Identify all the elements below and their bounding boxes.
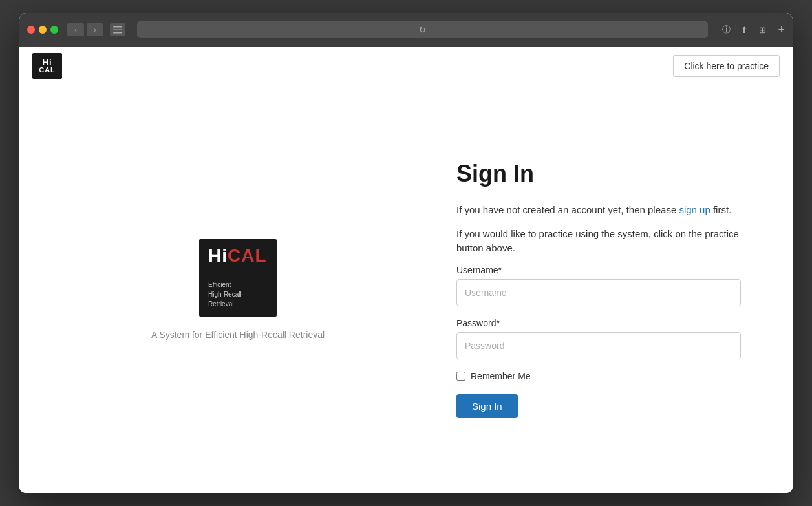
- logo-large-subtitle-block: Efficient High-Recall Retrieval: [208, 280, 242, 309]
- sign-in-title: Sign In: [456, 160, 741, 187]
- address-bar[interactable]: ↻: [137, 21, 708, 38]
- browser-window: ‹ › ↻ ⓘ ⬆ ⊞ + Hi: [19, 13, 793, 493]
- reload-button[interactable]: ↻: [416, 23, 429, 36]
- left-panel: HiCAL Efficient High-Recall Retrieval A …: [45, 213, 431, 366]
- username-label: Username*: [456, 265, 741, 275]
- logo-large-hi: Hi: [208, 246, 228, 266]
- logo-cal-text: CAL: [39, 67, 56, 74]
- sign-in-button[interactable]: Sign In: [456, 394, 518, 418]
- app-header: Hi CAL Click here to practice: [19, 47, 793, 85]
- svg-rect-0: [113, 26, 122, 28]
- browser-chrome: ‹ › ↻ ⓘ ⬆ ⊞ +: [19, 13, 793, 47]
- back-button[interactable]: ‹: [67, 23, 84, 36]
- new-tab-button[interactable]: ⊞: [756, 23, 769, 36]
- info-button[interactable]: ⓘ: [720, 23, 732, 36]
- logo-container: Hi CAL: [32, 53, 62, 79]
- traffic-light-green[interactable]: [50, 26, 58, 34]
- remember-me-label: Remember Me: [471, 371, 531, 381]
- info-text-suffix: first.: [710, 204, 732, 215]
- browser-actions: ⓘ ⬆ ⊞: [720, 23, 769, 36]
- traffic-light-red[interactable]: [27, 26, 35, 34]
- app-content: Hi CAL Click here to practice HiCAL: [19, 47, 793, 493]
- logo-large-cal: CAL: [228, 246, 267, 266]
- remember-me-row: Remember Me: [456, 371, 741, 381]
- traffic-lights: [27, 26, 58, 34]
- add-tab-button[interactable]: +: [778, 23, 785, 37]
- info-text-practice: If you would like to practice using the …: [456, 227, 741, 256]
- password-input[interactable]: [456, 332, 741, 359]
- logo-subtitle-line2: High-Recall: [208, 290, 242, 299]
- share-button[interactable]: ⬆: [738, 23, 751, 36]
- logo-subtitle-line3: Retrieval: [208, 299, 242, 309]
- traffic-light-yellow[interactable]: [39, 26, 47, 34]
- hical-logo-large: HiCAL Efficient High-Recall Retrieval: [199, 239, 277, 317]
- svg-rect-1: [113, 29, 122, 30]
- forward-button[interactable]: ›: [87, 23, 103, 36]
- username-group: Username*: [456, 265, 741, 306]
- logo-large-hical: HiCAL: [208, 247, 267, 265]
- username-input[interactable]: [456, 279, 741, 306]
- logo-hi-part: Hi: [43, 58, 52, 67]
- main-content: HiCAL Efficient High-Recall Retrieval A …: [19, 85, 793, 493]
- app-logo: Hi CAL: [32, 53, 62, 79]
- remember-me-checkbox[interactable]: [456, 372, 465, 381]
- info-text-signup: If you have not created an account yet, …: [456, 203, 741, 218]
- logo-hi-text: Hi: [43, 58, 52, 67]
- logo-subtitle-line1: Efficient: [208, 280, 242, 290]
- nav-buttons: ‹ ›: [67, 23, 103, 36]
- logo-tagline: A System for Efficient High-Recall Retri…: [151, 330, 325, 340]
- password-group: Password*: [456, 318, 741, 359]
- password-label: Password*: [456, 318, 741, 328]
- sign-up-link[interactable]: sign up: [679, 204, 710, 215]
- right-panel: Sign In If you have not created an accou…: [431, 147, 767, 431]
- svg-rect-2: [113, 32, 122, 34]
- info-text-prefix: If you have not created an account yet, …: [456, 204, 679, 215]
- practice-button[interactable]: Click here to practice: [673, 55, 780, 77]
- sidebar-toggle-button[interactable]: [110, 23, 125, 36]
